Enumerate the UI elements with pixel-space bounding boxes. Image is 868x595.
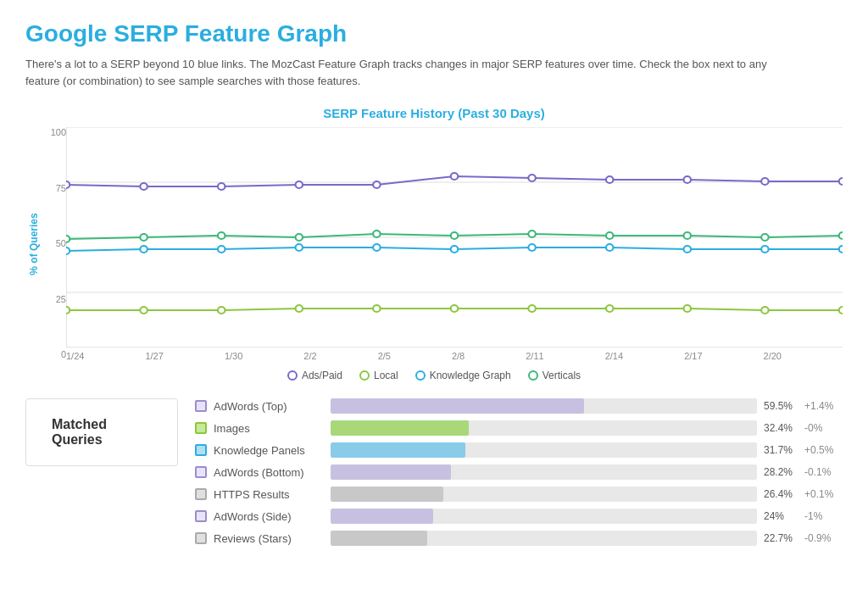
feature-row-adwords-side: AdWords (Side) 24% -1% — [195, 509, 843, 524]
y-label-50: 50 — [42, 238, 66, 248]
change-images: -0% — [804, 422, 843, 434]
feature-row-https: HTTPS Results 26.4% +0.1% — [195, 487, 843, 502]
svg-point-9 — [296, 181, 303, 188]
svg-point-33 — [451, 246, 459, 253]
svg-point-21 — [373, 231, 381, 237]
bar-images — [331, 420, 757, 436]
svg-point-47 — [684, 305, 692, 312]
svg-point-19 — [218, 232, 225, 239]
legend-dot-verticals — [528, 370, 538, 381]
change-adwords-bottom: -0.1% — [804, 466, 843, 478]
bottom-section: Matched Queries AdWords (Top) 59.5% +1.4… — [25, 398, 843, 553]
bar-reviews — [331, 531, 757, 546]
svg-point-40 — [140, 307, 147, 314]
svg-point-29 — [140, 246, 147, 253]
legend-dot-ads-paid — [287, 370, 298, 381]
feature-checkbox-reviews[interactable] — [195, 532, 207, 544]
change-adwords-side: -1% — [804, 510, 843, 522]
x-label-2: 1/30 — [225, 351, 242, 361]
svg-point-6 — [66, 181, 70, 188]
feature-checkbox-knowledge-panels[interactable] — [195, 444, 207, 456]
x-label-4: 2/5 — [378, 351, 391, 361]
svg-point-38 — [839, 246, 843, 253]
feature-row-images: Images 32.4% -0% — [195, 420, 843, 436]
feature-checkbox-images[interactable] — [195, 422, 207, 434]
svg-point-24 — [606, 232, 614, 239]
svg-point-44 — [451, 305, 459, 312]
y-label-75: 75 — [42, 183, 66, 193]
bar-fill-adwords-bottom — [331, 464, 451, 480]
feature-name-https: HTTPS Results — [214, 488, 324, 501]
feature-row-reviews: Reviews (Stars) 22.7% -0.9% — [195, 531, 843, 546]
legend-label-verticals: Verticals — [542, 370, 581, 381]
feature-name-adwords-bottom: AdWords (Bottom) — [214, 466, 324, 479]
x-label-9: 2/20 — [764, 351, 782, 361]
bar-https — [331, 487, 757, 502]
x-label-3: 2/2 — [303, 351, 316, 361]
matched-queries-box: Matched Queries — [25, 398, 178, 466]
legend-verticals: Verticals — [528, 370, 581, 381]
bar-knowledge-panels — [331, 442, 757, 458]
feature-name-knowledge-panels: Knowledge Panels — [214, 444, 324, 457]
feature-name-reviews: Reviews (Stars) — [214, 532, 324, 545]
svg-point-18 — [140, 234, 147, 241]
bar-fill-adwords-side — [331, 509, 433, 524]
bar-fill-https — [331, 487, 443, 502]
y-label-100: 100 — [42, 127, 66, 137]
svg-point-48 — [761, 307, 769, 314]
page-title: Google SERP Feature Graph — [25, 20, 843, 47]
bar-adwords-top — [331, 398, 757, 414]
change-adwords-top: +1.4% — [804, 400, 843, 412]
svg-point-11 — [451, 173, 459, 180]
bar-adwords-side — [331, 509, 757, 524]
svg-point-43 — [373, 305, 381, 312]
serp-chart — [66, 127, 843, 348]
bar-fill-adwords-top — [331, 398, 584, 414]
chart-legend: Ads/Paid Local Knowledge Graph Verticals — [25, 370, 843, 381]
bar-adwords-bottom — [331, 464, 757, 480]
feature-row-adwords-bottom: AdWords (Bottom) 28.2% -0.1% — [195, 464, 843, 480]
page-description: There's a lot to a SERP beyond 10 blue l… — [25, 56, 788, 89]
feature-checkbox-https[interactable] — [195, 488, 207, 500]
svg-point-10 — [373, 181, 381, 188]
svg-point-32 — [373, 244, 381, 251]
feature-checkbox-adwords-bottom[interactable] — [195, 466, 207, 478]
chart-section: SERP Feature History (Past 30 Days) % of… — [25, 106, 843, 381]
svg-point-14 — [684, 176, 692, 183]
x-label-0: 1/24 — [66, 351, 84, 361]
bar-fill-reviews — [331, 531, 427, 546]
svg-point-28 — [66, 247, 70, 254]
svg-point-16 — [839, 178, 843, 185]
pct-adwords-bottom: 28.2% — [764, 466, 798, 478]
svg-point-26 — [761, 234, 769, 241]
change-https: +0.1% — [804, 488, 843, 500]
svg-point-22 — [451, 232, 459, 239]
legend-knowledge-graph: Knowledge Graph — [415, 370, 511, 381]
svg-point-20 — [296, 234, 303, 241]
svg-point-31 — [296, 244, 303, 251]
pct-images: 32.4% — [764, 422, 798, 434]
svg-point-13 — [606, 176, 614, 183]
pct-https: 26.4% — [764, 488, 798, 500]
svg-point-34 — [528, 244, 536, 251]
feature-checkbox-adwords-side[interactable] — [195, 510, 207, 522]
svg-point-46 — [606, 305, 614, 312]
svg-point-35 — [606, 244, 614, 251]
feature-name-adwords-side: AdWords (Side) — [214, 510, 324, 523]
svg-point-37 — [761, 246, 769, 253]
change-reviews: -0.9% — [804, 532, 843, 544]
feature-checkbox-adwords-top[interactable] — [195, 400, 207, 412]
legend-ads-paid: Ads/Paid — [287, 370, 342, 381]
svg-point-49 — [839, 307, 843, 314]
feature-name-adwords-top: AdWords (Top) — [214, 400, 324, 413]
x-labels: 1/24 1/27 1/30 2/2 2/5 2/8 2/11 2/14 2/1… — [66, 351, 843, 361]
feature-name-images: Images — [214, 422, 324, 435]
x-label-6: 2/11 — [526, 351, 543, 361]
svg-point-12 — [528, 175, 536, 181]
pct-reviews: 22.7% — [764, 532, 798, 544]
svg-point-15 — [761, 178, 769, 185]
svg-point-25 — [684, 232, 692, 239]
x-label-1: 1/27 — [145, 351, 163, 361]
svg-point-17 — [66, 236, 70, 242]
features-list: AdWords (Top) 59.5% +1.4% Images 32.4% -… — [195, 398, 843, 553]
